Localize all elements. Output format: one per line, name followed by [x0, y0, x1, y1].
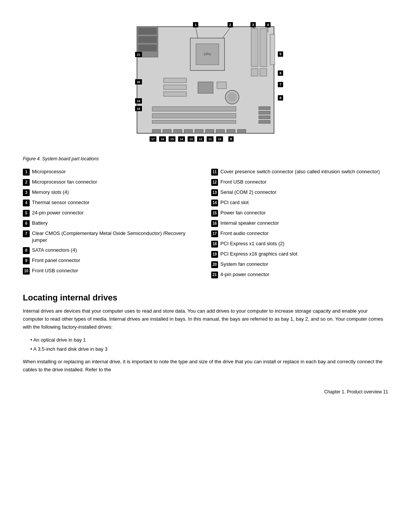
svg-rect-28 — [163, 129, 171, 133]
svg-rect-26 — [217, 82, 226, 89]
svg-text:15: 15 — [170, 137, 174, 141]
legend-item-21: 214-pin power connector — [211, 271, 388, 278]
legend-badge-1: 1 — [23, 169, 30, 176]
legend-item-15: 15Power fan connector — [211, 209, 388, 217]
svg-text:1: 1 — [194, 23, 196, 27]
legend-badge-12: 12 — [211, 179, 218, 186]
svg-rect-18 — [259, 120, 270, 123]
legend-item-19: 19PCI Express x16 graphics card slot — [211, 251, 388, 258]
svg-rect-10 — [251, 69, 258, 76]
legend-text-6: Battery — [32, 220, 200, 227]
legend-text-10: Front USB connector — [32, 267, 200, 274]
footer-text: Chapter 1. Product overview 11 — [324, 389, 388, 395]
legend-badge-5: 5 — [23, 210, 30, 217]
svg-rect-27 — [152, 129, 161, 133]
legend-item-9: 9Front panel connector — [23, 257, 200, 264]
svg-text:7: 7 — [279, 83, 281, 86]
svg-rect-2 — [138, 28, 157, 35]
svg-rect-3 — [138, 36, 157, 43]
svg-text:20: 20 — [137, 80, 140, 84]
legend-item-7: 7Clear CMOS (Complementary Metal Oxide S… — [23, 230, 200, 244]
legend-text-20: System fan connector — [220, 261, 388, 268]
legend-badge-6: 6 — [23, 220, 30, 227]
svg-text:12: 12 — [199, 137, 202, 141]
legend-item-2: 2Microprocessor fan connector — [23, 179, 200, 186]
svg-rect-21 — [152, 120, 236, 123]
legend-item-14: 14PCI card slot — [211, 199, 388, 206]
legend-item-13: 13Serial (COM 2) connector — [211, 189, 388, 196]
figure-caption: Figure 4. System board part locations — [23, 156, 388, 161]
legend-badge-4: 4 — [23, 200, 30, 206]
legend-text-13: Serial (COM 2) connector — [220, 189, 388, 196]
svg-rect-16 — [259, 111, 270, 114]
legend-text-21: 4-pin power connector — [220, 271, 388, 278]
legend-item-20: 20System fan connector — [211, 261, 388, 268]
svg-text:9: 9 — [230, 137, 232, 141]
section-paragraph-1: Internal drives are devices that your co… — [23, 307, 388, 331]
svg-text:4: 4 — [267, 23, 269, 27]
legend-right-col: 11Cover presence switch connector (also … — [211, 168, 388, 281]
svg-rect-4 — [138, 45, 157, 51]
legend-item-11: 11Cover presence switch connector (also … — [211, 168, 388, 176]
legend-item-8: 8SATA connectors (4) — [23, 247, 200, 254]
svg-rect-17 — [259, 116, 270, 119]
legend-item-3: 3Memory slots (4) — [23, 189, 200, 196]
legend-item-6: 6Battery — [23, 220, 200, 227]
bullet-list: An optical drive in bay 1A 3.5-inch hard… — [30, 335, 388, 353]
svg-rect-35 — [237, 129, 246, 133]
legend-badge-8: 8 — [23, 247, 30, 254]
legend-text-8: SATA connectors (4) — [32, 247, 200, 254]
svg-text:10: 10 — [218, 137, 221, 141]
diagram-wrapper: CPU — [114, 15, 297, 152]
legend-badge-7: 7 — [23, 230, 30, 237]
legend-item-16: 16Internal speaker connector — [211, 220, 388, 227]
legend-text-12: Front USB connector — [220, 179, 388, 185]
svg-rect-25 — [198, 82, 213, 93]
legend-item-10: 10Front USB connector — [23, 267, 200, 275]
page-content: CPU — [23, 15, 388, 395]
svg-text:11: 11 — [209, 137, 212, 141]
section-paragraph-2: When installing or replacing an internal… — [23, 358, 388, 374]
legend-item-17: 17Front audio connector — [211, 230, 388, 237]
legend-text-19: PCI Express x16 graphics card slot — [220, 251, 388, 257]
legend-text-1: Microprocessor — [32, 168, 200, 175]
svg-rect-24 — [164, 92, 186, 96]
svg-text:6: 6 — [279, 71, 281, 75]
legend-badge-3: 3 — [23, 189, 30, 196]
svg-point-14 — [228, 93, 237, 102]
page-footer: Chapter 1. Product overview 11 — [23, 389, 388, 395]
legend-text-4: Thermal sensor connector — [32, 199, 200, 206]
bullet-item-1: An optical drive in bay 1 — [30, 335, 388, 344]
svg-text:21: 21 — [137, 53, 140, 56]
svg-rect-19 — [152, 107, 236, 111]
svg-rect-31 — [195, 129, 203, 133]
svg-text:CPU: CPU — [204, 52, 211, 56]
legend-badge-21: 21 — [211, 272, 218, 278]
legend-text-11: Cover presence switch connector (also ca… — [220, 168, 388, 175]
legend-grid: 1Microprocessor2Microprocessor fan conne… — [23, 168, 388, 281]
svg-rect-30 — [184, 129, 193, 133]
legend-text-15: Power fan connector — [220, 209, 388, 216]
svg-text:5: 5 — [279, 52, 281, 56]
legend-text-18: PCI Express x1 card slots (2) — [220, 240, 388, 247]
svg-rect-32 — [206, 129, 214, 133]
svg-rect-20 — [152, 113, 236, 118]
svg-rect-33 — [216, 129, 225, 133]
legend-item-5: 524-pin power connector — [23, 209, 200, 217]
svg-text:3: 3 — [252, 23, 254, 27]
svg-text:13: 13 — [190, 137, 193, 141]
svg-text:17: 17 — [151, 137, 155, 141]
legend-badge-9: 9 — [23, 257, 30, 264]
legend-item-4: 4Thermal sensor connector — [23, 199, 200, 206]
svg-text:2: 2 — [229, 23, 231, 27]
motherboard-diagram: CPU — [114, 15, 297, 152]
legend-item-18: 18PCI Express x1 card slots (2) — [211, 240, 388, 248]
legend-badge-20: 20 — [211, 261, 218, 268]
legend-badge-16: 16 — [211, 220, 218, 227]
svg-rect-23 — [164, 85, 186, 89]
legend-text-17: Front audio connector — [220, 230, 388, 237]
legend-item-1: 1Microprocessor — [23, 168, 200, 176]
svg-text:19: 19 — [137, 99, 140, 103]
legend-text-9: Front panel connector — [32, 257, 200, 264]
diagram-container: CPU — [23, 15, 388, 152]
